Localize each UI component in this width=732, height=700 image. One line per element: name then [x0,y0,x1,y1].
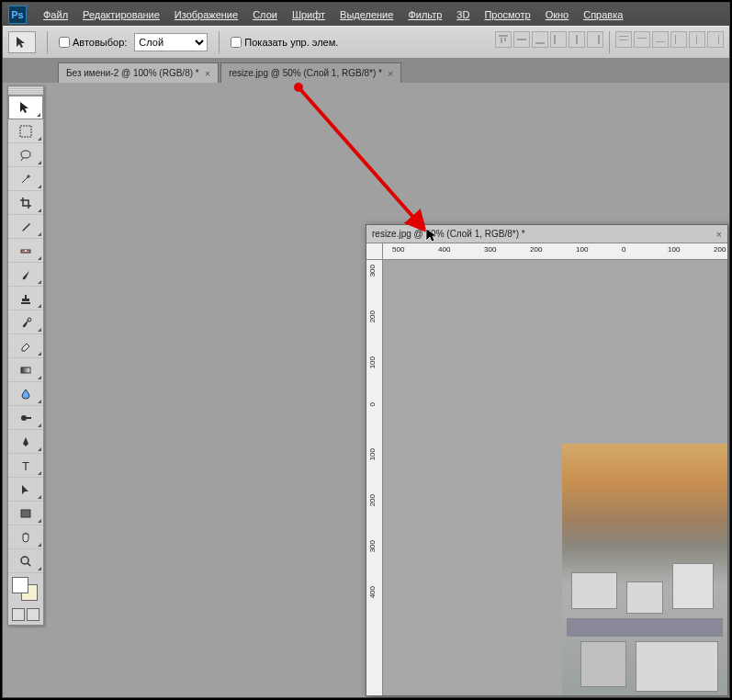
close-icon[interactable]: × [716,229,722,240]
align-left-icon[interactable] [550,31,567,48]
menu-file[interactable]: Файл [36,9,75,20]
autoselect-target-select[interactable]: Слой [134,33,208,51]
separator [47,31,48,53]
distribute-hcenter-icon[interactable] [689,31,705,48]
foreground-color[interactable] [12,577,28,593]
healing-tool[interactable] [8,239,43,263]
move-tool-preset-icon[interactable] [8,31,36,53]
image-content [562,444,727,695]
crop-tool[interactable] [8,191,43,215]
toolbox[interactable]: T [7,85,44,626]
stamp-tool[interactable] [8,287,43,310]
color-swatches[interactable] [8,573,43,604]
align-right-icon[interactable] [587,31,603,48]
document-tab[interactable]: Без имени-2 @ 100% (RGB/8) * × [58,62,219,83]
svg-rect-20 [27,417,31,419]
eraser-tool[interactable] [8,334,43,358]
distribute-vcenter-icon[interactable] [634,31,650,48]
standard-mode-icon[interactable] [12,608,25,621]
eyedropper-tool[interactable] [8,215,43,239]
distribute-bottom-icon[interactable] [652,31,669,48]
menu-edit[interactable]: Редактирование [75,9,167,20]
gradient-tool[interactable] [8,358,43,382]
distribute-left-icon[interactable] [670,31,687,48]
main-menu: Файл Редактирование Изображение Слои Шри… [36,9,630,20]
tab-label: Без имени-2 @ 100% (RGB/8) * [66,68,199,78]
photoshop-logo-icon: Ps [8,6,27,24]
options-bar: Автовыбор: Слой Показать упр. элем. [3,26,729,59]
app-window: Ps Файл Редактирование Изображение Слои … [2,2,730,698]
distribute-top-icon[interactable] [615,31,632,48]
edit-modes [8,604,43,625]
menu-help[interactable]: Справка [576,9,630,20]
menu-image[interactable]: Изображение [167,9,245,20]
menu-select[interactable]: Выделение [332,9,400,20]
close-icon[interactable]: × [205,68,210,79]
history-brush-tool[interactable] [8,310,43,334]
canvas[interactable] [383,260,727,695]
brush-tool[interactable] [8,263,43,287]
align-top-icon[interactable] [495,31,512,48]
svg-rect-15 [20,126,31,137]
align-buttons [495,31,724,53]
blur-tool[interactable] [8,382,43,406]
close-icon[interactable]: × [388,68,393,79]
autoselect-checkbox[interactable]: Автовыбор: [59,37,127,48]
menu-type[interactable]: Шрифт [285,9,332,20]
menu-window[interactable]: Окно [538,9,577,20]
align-vcenter-icon[interactable] [513,31,530,48]
quickmask-mode-icon[interactable] [27,608,39,621]
show-controls-checkbox[interactable]: Показать упр. элем. [231,37,338,48]
svg-line-24 [28,563,30,566]
svg-rect-18 [21,367,30,373]
move-tool[interactable] [8,96,43,119]
svg-rect-1 [501,38,502,43]
svg-point-19 [21,415,27,421]
show-controls-input[interactable] [231,37,242,48]
svg-rect-3 [517,39,526,40]
floating-window-title: resize.jpg @ 50% (Слой 1, RGB/8*) * [372,229,716,239]
svg-rect-6 [576,35,578,44]
autoselect-input[interactable] [59,37,70,48]
vertical-ruler: 300 200 100 0 100 200 300 400 [366,260,383,695]
svg-point-17 [28,318,31,322]
separator [219,31,220,53]
pen-tool[interactable] [8,430,43,454]
path-select-tool[interactable] [8,478,43,502]
floating-document-window[interactable]: resize.jpg @ 50% (Слой 1, RGB/8*) * × 50… [366,224,728,696]
svg-rect-0 [499,35,508,37]
menu-3d[interactable]: 3D [449,9,477,20]
dodge-tool[interactable] [8,406,43,430]
svg-point-23 [21,557,28,564]
svg-rect-11 [656,41,665,42]
floating-window-titlebar[interactable]: resize.jpg @ 50% (Слой 1, RGB/8*) * × [366,225,727,243]
svg-rect-12 [675,35,676,44]
svg-rect-7 [598,35,600,44]
show-controls-label: Показать упр. элем. [244,37,338,48]
zoom-tool[interactable] [8,549,43,573]
svg-text:T: T [22,459,29,472]
align-bottom-icon[interactable] [532,31,548,48]
ruler-corner [366,243,383,260]
horizontal-ruler: 500 400 300 200 100 0 100 200 [383,243,727,260]
svg-rect-10 [637,38,647,39]
tab-label: resize.jpg @ 50% (Слой 1, RGB/8*) * [229,68,382,78]
svg-rect-9 [619,40,628,40]
menu-view[interactable]: Просмотр [477,9,537,20]
marquee-tool[interactable] [8,119,43,143]
hand-tool[interactable] [8,525,43,549]
document-tab[interactable]: resize.jpg @ 50% (Слой 1, RGB/8*) * × [220,62,401,83]
menu-layers[interactable]: Слои [245,9,285,20]
toolbox-handle[interactable] [8,86,43,96]
type-tool[interactable]: T [8,454,43,478]
autoselect-label: Автовыбор: [73,37,127,48]
svg-rect-5 [554,35,556,44]
rectangle-tool[interactable] [8,502,43,525]
menu-filter[interactable]: Фильтр [400,9,449,20]
svg-rect-2 [504,38,506,41]
svg-rect-14 [718,35,719,44]
distribute-right-icon[interactable] [707,31,724,48]
lasso-tool[interactable] [8,143,43,167]
align-hcenter-icon[interactable] [569,31,585,48]
wand-tool[interactable] [8,167,43,191]
